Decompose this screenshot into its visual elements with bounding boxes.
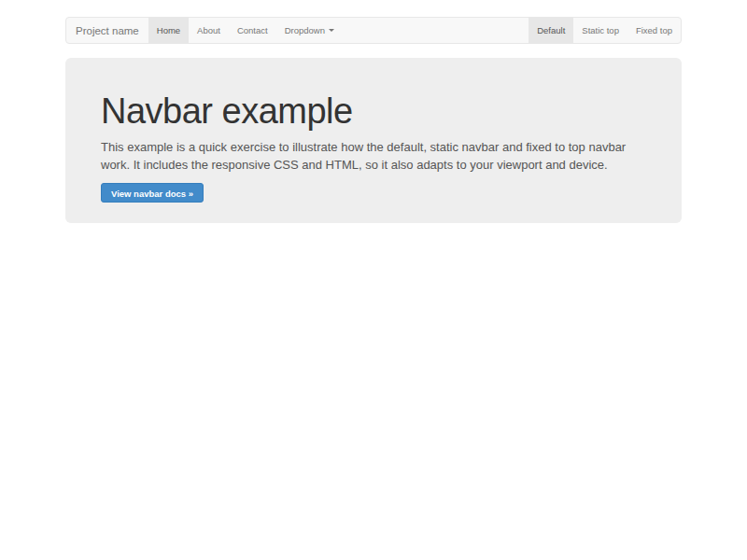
nav-item-dropdown[interactable]: Dropdown — [276, 18, 343, 43]
nav-item-dropdown-label: Dropdown — [285, 25, 325, 35]
nav-item-home[interactable]: Home — [148, 18, 189, 43]
view-navbar-docs-button[interactable]: View navbar docs » — [101, 183, 204, 203]
page-container: Project name Home About Contact Dropdown… — [65, 17, 682, 223]
navbar-brand[interactable]: Project name — [66, 18, 148, 43]
navbar: Project name Home About Contact Dropdown… — [65, 17, 682, 44]
navbar-right-nav: Default Static top Fixed top — [529, 18, 681, 43]
nav-item-static-top[interactable]: Static top — [573, 18, 627, 43]
jumbotron: Navbar example This example is a quick e… — [65, 58, 682, 223]
jumbotron-description: This example is a quick exercise to illu… — [101, 138, 638, 174]
page-title: Navbar example — [101, 91, 646, 131]
nav-item-default[interactable]: Default — [529, 18, 573, 43]
caret-down-icon — [329, 29, 334, 32]
nav-item-fixed-top[interactable]: Fixed top — [627, 18, 681, 43]
nav-item-about[interactable]: About — [189, 18, 229, 43]
nav-item-contact[interactable]: Contact — [229, 18, 276, 43]
navbar-left-nav: Home About Contact Dropdown — [148, 18, 343, 43]
